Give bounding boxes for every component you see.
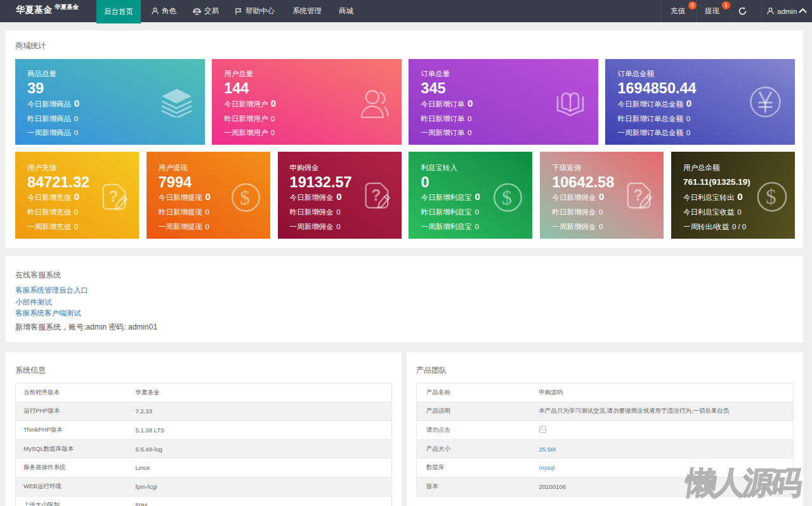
svg-text:$: $ [240, 186, 250, 209]
svg-text:?: ? [634, 186, 643, 204]
svg-text:?: ? [371, 186, 381, 204]
svg-text:?: ? [108, 187, 118, 205]
svg-text:$: $ [766, 185, 776, 208]
svg-text:$: $ [502, 186, 512, 209]
